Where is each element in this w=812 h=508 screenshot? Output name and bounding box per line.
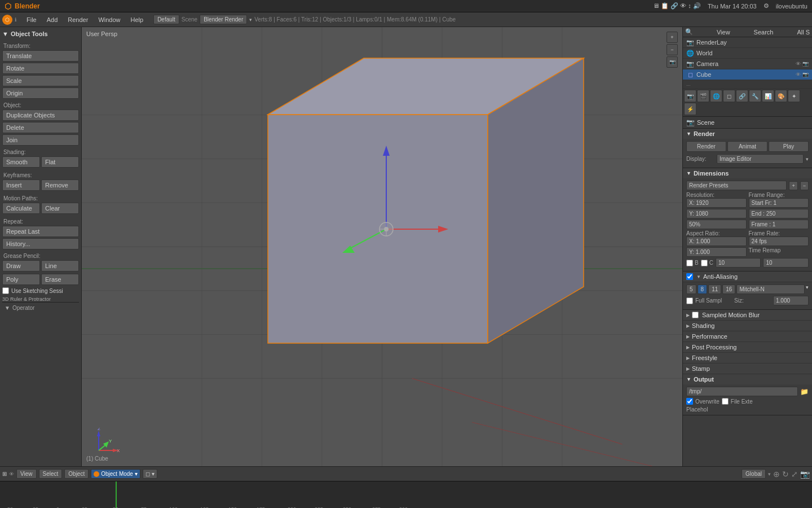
flat-btn[interactable]: Flat [41, 156, 79, 168]
c-checkbox[interactable] [701, 260, 708, 266]
aa-8-btn[interactable]: 8 [698, 284, 708, 294]
smooth-btn[interactable]: Smooth [2, 156, 40, 168]
menu-add[interactable]: Add [42, 15, 63, 24]
res-percent-value[interactable]: 50% [686, 220, 747, 229]
zoom-in-btn[interactable]: + [667, 32, 678, 43]
viewport-icon[interactable]: ⊞ [2, 471, 7, 477]
post-processing-header[interactable]: ▶ Post Processing [683, 342, 812, 353]
play-btn[interactable]: Play [769, 141, 809, 152]
output-path-value[interactable]: /tmp/ [686, 387, 798, 396]
outliner-item-world[interactable]: 🌐 World [683, 48, 812, 59]
view-label[interactable]: View [717, 29, 730, 36]
freestyle-header[interactable]: ▶ Freestyle [683, 353, 812, 364]
mode-dropdown-icon[interactable]: ▾ [135, 471, 138, 477]
outliner-item-cube[interactable]: ◻ Cube 👁 📷 [683, 69, 812, 80]
shading-mode-selector[interactable]: ◻ ▾ [143, 469, 157, 479]
aa-dropdown-icon[interactable]: ▾ [806, 284, 809, 294]
menu-window[interactable]: Window [94, 15, 125, 24]
modifiers-icon-btn[interactable]: 🔧 [749, 90, 761, 102]
aa-16-btn[interactable]: 16 [722, 284, 735, 294]
line-btn[interactable]: Line [41, 260, 79, 271]
render-section-header[interactable]: ▼ Render [683, 129, 812, 139]
insert-btn[interactable]: Insert [2, 179, 40, 191]
aspect-y-value[interactable]: Y: 1.000 [686, 247, 747, 257]
render-btn[interactable]: Render [686, 141, 726, 152]
translate-btn[interactable]: Translate [2, 50, 79, 62]
calculate-btn[interactable]: Calculate [2, 203, 40, 214]
object-icon-btn[interactable]: ◻ [723, 90, 735, 102]
origin-btn[interactable]: Origin [2, 87, 79, 99]
erase-btn[interactable]: Erase [41, 274, 79, 285]
world-icon-btn[interactable]: 🌐 [710, 90, 722, 102]
move-icon[interactable]: ⊕ [773, 470, 780, 479]
clear-btn[interactable]: Clear [41, 203, 79, 214]
engine-options-btn[interactable]: ▾ [249, 17, 252, 23]
workspace-layout-selector[interactable]: Default [153, 15, 179, 24]
frame-value[interactable]: Frame : 1 [749, 220, 809, 229]
constraints-icon-btn[interactable]: 🔗 [736, 90, 748, 102]
object-btn[interactable]: Object [64, 469, 89, 479]
presets-remove-btn[interactable]: − [800, 181, 809, 190]
display-dropdown-icon[interactable]: ▾ [806, 156, 809, 162]
rotate-btn[interactable]: Rotate [2, 63, 79, 74]
duplicate-objects-btn[interactable]: Duplicate Objects [2, 110, 79, 121]
stamp-header[interactable]: ▶ Stamp [683, 364, 812, 374]
aa-11-btn[interactable]: 11 [708, 284, 721, 294]
engine-selector[interactable]: Blender Render [200, 15, 247, 24]
dimensions-header[interactable]: ▼ Dimensions [683, 168, 812, 178]
res-y-value[interactable]: Y: 1080 [686, 209, 747, 218]
sampled-motion-blur-header[interactable]: ▶ Sampled Motion Blur [683, 310, 812, 321]
physics-icon-btn[interactable]: ⚡ [684, 103, 696, 115]
camera-view-btn[interactable]: 📷 [667, 56, 678, 68]
global-dropdown-icon[interactable]: ▾ [768, 471, 771, 477]
remove-btn[interactable]: Remove [41, 179, 79, 191]
render-presets-value[interactable]: Render Presets [686, 181, 787, 190]
zoom-out-btn[interactable]: − [667, 44, 678, 55]
repeat-last-btn[interactable]: Repeat Last [2, 226, 79, 237]
render-icon-btn[interactable]: 📷 [684, 90, 696, 102]
view-btn[interactable]: View [16, 469, 37, 479]
shading-section-header[interactable]: ▶ Shading [683, 321, 812, 331]
aspect-x-value[interactable]: X: 1.000 [686, 237, 747, 246]
c-value[interactable]: 10 [763, 258, 809, 268]
outliner-item-extra[interactable]: ... [683, 80, 812, 89]
select-btn[interactable]: Select [39, 469, 63, 479]
end-fr-value[interactable]: End : 250 [749, 209, 809, 218]
menu-help[interactable]: Help [126, 15, 148, 24]
overwrite-check[interactable] [686, 398, 693, 405]
particles-icon-btn[interactable]: ✦ [788, 90, 800, 102]
camera-view-icon[interactable]: 📷 [800, 470, 810, 479]
display-selector[interactable]: Image Editor [717, 154, 804, 164]
anti-aliasing-check[interactable] [686, 273, 693, 280]
draw-btn[interactable]: Draw [2, 260, 40, 271]
b-checkbox[interactable] [686, 260, 693, 266]
animate-btn[interactable]: Animat [727, 141, 767, 152]
poly-btn[interactable]: Poly [2, 274, 40, 285]
menu-render[interactable]: Render [63, 15, 92, 24]
output-header[interactable]: ▼ Output [683, 374, 812, 384]
search-label[interactable]: Search [754, 29, 774, 36]
start-fr-value[interactable]: Start Fr: 1 [749, 198, 809, 208]
smb-check[interactable] [692, 312, 699, 318]
playhead-marker[interactable] [116, 481, 117, 508]
res-x-value[interactable]: X: 1920 [686, 198, 747, 208]
material-icon-btn[interactable]: 🎨 [775, 90, 787, 102]
mode-label[interactable]: Object Mode [101, 471, 133, 477]
presets-add-btn[interactable]: + [789, 181, 797, 190]
full-sample-check[interactable] [686, 297, 693, 304]
aa-5-btn[interactable]: 5 [686, 284, 696, 294]
aa-filter-value[interactable]: Mitchell-N [736, 284, 805, 294]
outliner-item-renderlayer[interactable]: 📷 RenderLay [683, 37, 812, 48]
rotate-icon[interactable]: ↻ [782, 470, 789, 479]
b-value[interactable]: 10 [716, 258, 761, 268]
menu-file[interactable]: File [22, 15, 41, 24]
settings-icon[interactable]: ⚙ [764, 2, 769, 10]
anti-aliasing-header[interactable]: ▼ Anti-Aliasing [683, 271, 812, 282]
scale-icon[interactable]: ⤢ [791, 470, 798, 479]
output-folder-icon[interactable]: 📁 [800, 388, 809, 396]
size-value[interactable]: 1.000 [773, 296, 809, 305]
all-label[interactable]: All S [797, 29, 810, 36]
fps-value[interactable]: 24 fps [749, 237, 809, 246]
file-ext-check[interactable] [722, 398, 729, 405]
history-btn[interactable]: History... [2, 238, 79, 249]
